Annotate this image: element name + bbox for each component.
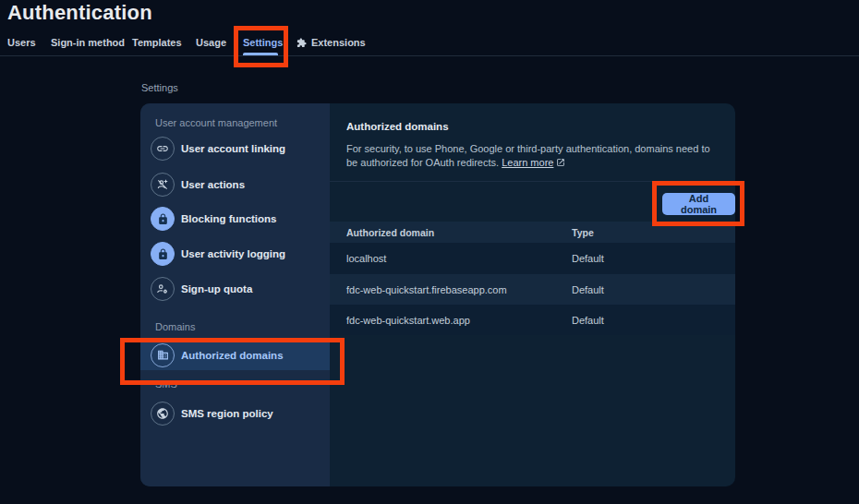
puzzle-icon xyxy=(296,38,307,48)
type-cell: Default xyxy=(572,253,604,264)
page-title: Authentication xyxy=(7,1,152,25)
content-title: Authorized domains xyxy=(346,121,449,132)
sidebar-item-sign-up-quota[interactable]: Sign-up quota xyxy=(140,273,330,305)
sidebar-item-sms-region-policy[interactable]: SMS region policy xyxy=(140,398,330,429)
tab-templates[interactable]: Templates xyxy=(132,35,182,50)
person-gear-icon xyxy=(151,277,175,301)
link-icon xyxy=(151,137,175,161)
learn-more-link[interactable]: Learn more xyxy=(502,157,553,168)
content-description: For security, to use Phone, Google or th… xyxy=(346,142,718,170)
domain-icon xyxy=(151,343,175,367)
sidebar-item-user-account-linking[interactable]: User account linking xyxy=(140,133,330,164)
tab-users[interactable]: Users xyxy=(7,35,36,50)
sidebar-item-label: User activity logging xyxy=(181,248,285,259)
sidebar-item-authorized-domains[interactable]: Authorized domains xyxy=(140,340,330,370)
settings-sidebar: User account management User account lin… xyxy=(140,103,330,486)
column-header-authorized-domain: Authorized domain xyxy=(330,227,572,238)
tab-usage[interactable]: Usage xyxy=(196,35,226,50)
sidebar-item-label: User actions xyxy=(181,179,245,190)
sidebar-item-label: Blocking functions xyxy=(181,213,277,224)
globe-icon xyxy=(151,402,175,426)
sidebar-item-label: User account linking xyxy=(181,143,285,154)
add-domain-button[interactable]: Add domain xyxy=(662,193,735,215)
tab-extensions[interactable]: Extensions xyxy=(296,35,366,50)
lock-icon xyxy=(151,242,175,266)
section-sms: SMS xyxy=(155,378,177,390)
type-cell: Default xyxy=(572,315,604,326)
domain-cell: fdc-web-quickstart.web.app xyxy=(330,315,572,326)
table-row-webapp[interactable]: fdc-web-quickstart.web.app Default xyxy=(330,305,735,335)
header-divider xyxy=(0,55,859,56)
section-domains: Domains xyxy=(155,321,195,332)
tab-sign-in-method[interactable]: Sign-in method xyxy=(51,35,125,50)
breadcrumb: Settings xyxy=(141,82,178,93)
sidebar-item-label: Authorized domains xyxy=(181,350,284,361)
domain-cell: fdc-web-quickstart.firebaseapp.com xyxy=(330,284,572,295)
sidebar-item-label: Sign-up quota xyxy=(181,283,252,294)
sidebar-item-user-activity-logging[interactable]: User activity logging xyxy=(140,238,330,270)
type-cell: Default xyxy=(572,284,604,295)
person-add-disabled-icon xyxy=(151,173,175,197)
column-header-type: Type xyxy=(572,227,594,238)
table-row-firebaseapp[interactable]: fdc-web-quickstart.firebaseapp.com Defau… xyxy=(330,274,735,305)
sidebar-item-user-actions[interactable]: User actions xyxy=(140,169,330,200)
settings-card: User account management User account lin… xyxy=(140,103,735,486)
lock-icon xyxy=(151,207,175,231)
domain-cell: localhost xyxy=(330,253,572,264)
tab-settings[interactable]: Settings xyxy=(243,35,283,50)
open-in-new-icon xyxy=(556,158,565,167)
table-header-row: Authorized domain Type xyxy=(330,222,735,243)
section-user-account-management: User account management xyxy=(155,117,277,128)
sidebar-item-label: SMS region policy xyxy=(181,408,273,419)
content-divider xyxy=(330,181,735,182)
sidebar-item-blocking-functions[interactable]: Blocking functions xyxy=(140,203,330,234)
table-row-localhost[interactable]: localhost Default xyxy=(330,243,735,274)
